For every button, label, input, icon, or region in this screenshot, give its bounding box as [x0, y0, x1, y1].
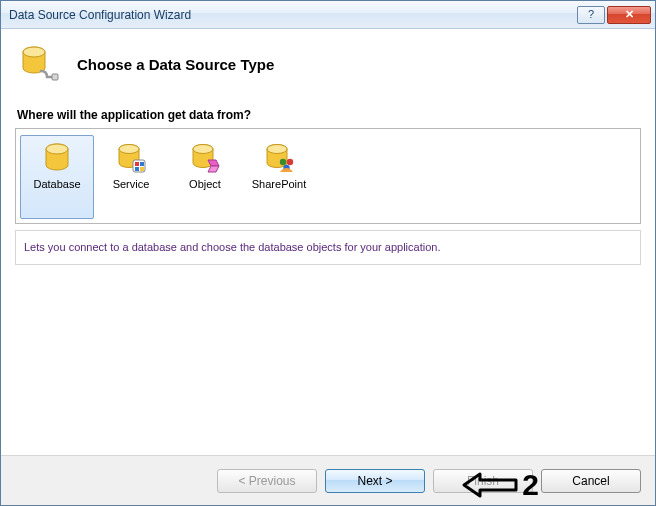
next-button[interactable]: Next >	[325, 469, 425, 493]
svg-point-1	[23, 47, 45, 57]
sharepoint-icon	[245, 140, 313, 176]
window-title: Data Source Configuration Wizard	[9, 8, 577, 22]
database-plug-icon	[19, 43, 59, 86]
description-box: Lets you connect to a database and choos…	[15, 230, 641, 265]
wizard-footer: < Previous Next > Finish Cancel 2	[1, 455, 655, 505]
service-icon	[97, 140, 165, 176]
help-button[interactable]: ?	[577, 6, 605, 24]
page-title: Choose a Data Source Type	[77, 56, 274, 73]
option-sharepoint[interactable]: SharePoint	[242, 135, 316, 219]
svg-rect-2	[52, 74, 58, 80]
svg-point-6	[119, 145, 139, 154]
close-button[interactable]: ✕	[607, 6, 651, 24]
object-icon	[171, 140, 239, 176]
svg-point-16	[280, 159, 286, 165]
option-object[interactable]: Object	[168, 135, 242, 219]
data-source-options: Database Service	[15, 128, 641, 224]
svg-rect-8	[135, 162, 139, 166]
spacer	[15, 265, 641, 447]
option-service[interactable]: Service	[94, 135, 168, 219]
wizard-header: Choose a Data Source Type	[1, 29, 655, 100]
svg-rect-10	[135, 167, 139, 171]
question-label: Where will the application get data from…	[17, 108, 639, 122]
previous-button: < Previous	[217, 469, 317, 493]
close-icon: ✕	[625, 9, 634, 20]
option-label: Service	[97, 178, 165, 190]
titlebar: Data Source Configuration Wizard ? ✕	[1, 1, 655, 29]
option-label: Object	[171, 178, 239, 190]
option-database[interactable]: Database	[20, 135, 94, 219]
cancel-button[interactable]: Cancel	[541, 469, 641, 493]
content-area: Where will the application get data from…	[1, 100, 655, 455]
titlebar-buttons: ? ✕	[577, 6, 651, 24]
svg-point-13	[193, 145, 213, 154]
description-text: Lets you connect to a database and choos…	[24, 241, 440, 253]
help-icon: ?	[588, 9, 594, 20]
svg-rect-9	[140, 162, 144, 166]
finish-button: Finish	[433, 469, 533, 493]
svg-point-4	[46, 144, 68, 154]
wizard-window: Data Source Configuration Wizard ? ✕ Cho…	[0, 0, 656, 506]
option-label: SharePoint	[245, 178, 313, 190]
database-icon	[23, 140, 91, 176]
option-label: Database	[23, 178, 91, 190]
svg-point-15	[267, 145, 287, 154]
svg-point-17	[287, 159, 293, 165]
svg-rect-11	[140, 167, 144, 171]
